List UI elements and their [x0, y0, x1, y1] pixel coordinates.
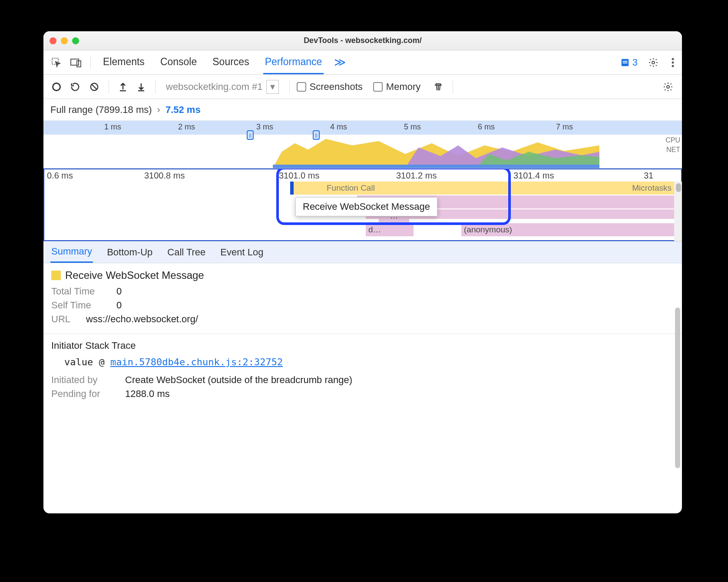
pending-value: 1288.0 ms [125, 388, 170, 400]
reload-record-icon[interactable] [68, 79, 83, 94]
clear-icon[interactable] [87, 79, 102, 94]
flame-chart[interactable]: 0.6 ms 3100.8 ms 3101.0 ms 3101.2 ms 310… [43, 169, 682, 241]
net-label: NET [665, 145, 680, 155]
total-time-label: Total Time [51, 286, 108, 297]
recording-selector[interactable]: websocketking.com #1 ▾ [162, 79, 282, 95]
flame-event-receive-ws[interactable]: Function Call Microtasks [292, 182, 674, 195]
tab-console[interactable]: Console [159, 51, 199, 74]
ruler-tick: 1 ms [104, 122, 121, 132]
close-window-button[interactable] [50, 37, 56, 44]
svg-point-9 [672, 65, 674, 67]
tab-elements[interactable]: Elements [101, 51, 146, 74]
svg-point-11 [667, 86, 669, 88]
timeline-overview[interactable]: 1 ms 2 ms 3 ms 4 ms 5 ms 6 ms 7 ms || ||… [43, 121, 682, 169]
summary-panel: Receive WebSocket Message Total Time0 Se… [43, 263, 682, 513]
flame-event-anonymous[interactable]: (anonymous) [461, 223, 674, 236]
tab-performance[interactable]: Performance [263, 51, 324, 74]
main-tabs: Elements Console Sources Performance [101, 51, 324, 74]
capture-settings-gear-icon[interactable] [660, 79, 676, 95]
upload-profile-icon[interactable] [116, 79, 130, 94]
detail-tab-bottom-up[interactable]: Bottom-Up [106, 242, 153, 262]
stack-frame-link[interactable]: main.5780db4e.chunk.js:2:32752 [110, 357, 283, 367]
pending-label: Pending for [51, 388, 116, 400]
device-toolbar-icon[interactable] [68, 55, 84, 70]
devtools-window: DevTools - websocketking.com/ Elements C… [43, 31, 682, 513]
url-value: wss://echo.websocket.org/ [86, 314, 198, 325]
breadcrumb-full-range[interactable]: Full range (7899.18 ms) [50, 104, 152, 116]
devtools-tabbar: Elements Console Sources Performance ≫ 3 [43, 50, 682, 75]
inspect-element-icon[interactable] [49, 55, 64, 70]
flame-event-d[interactable]: d… [366, 223, 414, 236]
window-title: DevTools - websocketking.com/ [43, 36, 682, 45]
scrollbar-thumb[interactable] [676, 183, 681, 192]
flame-tick: 3101.0 ms [279, 171, 319, 181]
more-menu-icon[interactable] [669, 55, 677, 70]
ruler-tick: 3 ms [256, 122, 273, 132]
total-time-value: 0 [116, 286, 122, 297]
issues-button[interactable]: 3 [620, 57, 638, 68]
svg-point-8 [672, 61, 674, 63]
window-titlebar: DevTools - websocketking.com/ [43, 31, 682, 50]
dropdown-caret-icon: ▾ [266, 80, 279, 94]
memory-checkbox[interactable]: Memory [373, 81, 420, 93]
divider [90, 56, 91, 69]
scrollbar-thumb[interactable] [675, 308, 680, 468]
record-button[interactable] [50, 80, 63, 94]
memory-label: Memory [386, 81, 420, 93]
initiator-section: Initiator Stack Trace value @ main.5780d… [43, 334, 682, 408]
divider [109, 80, 109, 93]
svg-point-6 [652, 61, 655, 64]
svg-rect-4 [622, 61, 627, 62]
ruler-tick: 7 ms [556, 122, 573, 132]
flame-vertical-scrollbar[interactable] [674, 182, 682, 241]
svg-rect-5 [622, 63, 627, 63]
settings-gear-icon[interactable] [645, 55, 661, 70]
timeline-breadcrumb: Full range (7899.18 ms) › 7.52 ms [43, 99, 682, 121]
event-title-row: Receive WebSocket Message [51, 269, 674, 281]
screenshots-label: Screenshots [310, 81, 363, 93]
cpu-label: CPU [665, 136, 680, 145]
collect-garbage-icon[interactable] [431, 79, 446, 95]
flame-tick: 31 [644, 171, 653, 181]
flame-tick: 3101.2 ms [396, 171, 437, 181]
summary-scrollbar[interactable] [675, 308, 680, 509]
screenshots-checkbox[interactable]: Screenshots [297, 81, 363, 93]
flame-tooltip: Receive WebSocket Message [295, 197, 437, 216]
window-controls [50, 37, 79, 44]
detail-tab-event-log[interactable]: Event Log [219, 242, 264, 262]
download-profile-icon[interactable] [134, 79, 148, 94]
svg-rect-12 [273, 165, 599, 168]
divider [289, 80, 290, 93]
flame-tick: 0.6 ms [47, 171, 73, 181]
checkbox-icon [297, 82, 306, 92]
tooltip-text: Receive WebSocket Message [303, 201, 430, 212]
url-label: URL [51, 314, 77, 325]
detail-tab-call-tree[interactable]: Call Tree [166, 242, 206, 262]
self-time-label: Self Time [51, 300, 108, 311]
stack-frame-name: value @ [64, 357, 110, 367]
ruler-tick: 5 ms [404, 122, 421, 132]
tab-sources[interactable]: Sources [211, 51, 251, 74]
performance-toolbar: websocketking.com #1 ▾ Screenshots Memor… [43, 75, 682, 99]
divider [155, 80, 156, 93]
breadcrumb-selection[interactable]: 7.52 ms [165, 104, 201, 116]
ruler-tick: 2 ms [178, 122, 195, 132]
initiated-by-label: Initiated by [51, 374, 116, 386]
detail-tabs: Summary Bottom-Up Call Tree Event Log [43, 241, 682, 263]
flame-event-microtasks-label: Microtasks [632, 183, 672, 193]
event-marker [290, 182, 294, 195]
stack-frame-row: value @ main.5780db4e.chunk.js:2:32752 [64, 357, 674, 367]
flame-tick: 3100.8 ms [144, 171, 185, 181]
overview-chart [43, 135, 661, 168]
tabs-overflow-button[interactable]: ≫ [334, 56, 346, 69]
initiator-header: Initiator Stack Trace [51, 340, 674, 351]
event-summary-section: Receive WebSocket Message Total Time0 Se… [43, 263, 682, 334]
detail-tab-summary[interactable]: Summary [50, 241, 93, 263]
chevron-right-icon: › [157, 104, 160, 116]
flame-event-fn-call-label: Function Call [327, 183, 375, 193]
svg-rect-1 [71, 59, 79, 65]
event-color-swatch [51, 271, 61, 280]
zoom-window-button[interactable] [72, 37, 79, 44]
recording-label: websocketking.com #1 [166, 81, 263, 93]
minimize-window-button[interactable] [61, 37, 68, 44]
